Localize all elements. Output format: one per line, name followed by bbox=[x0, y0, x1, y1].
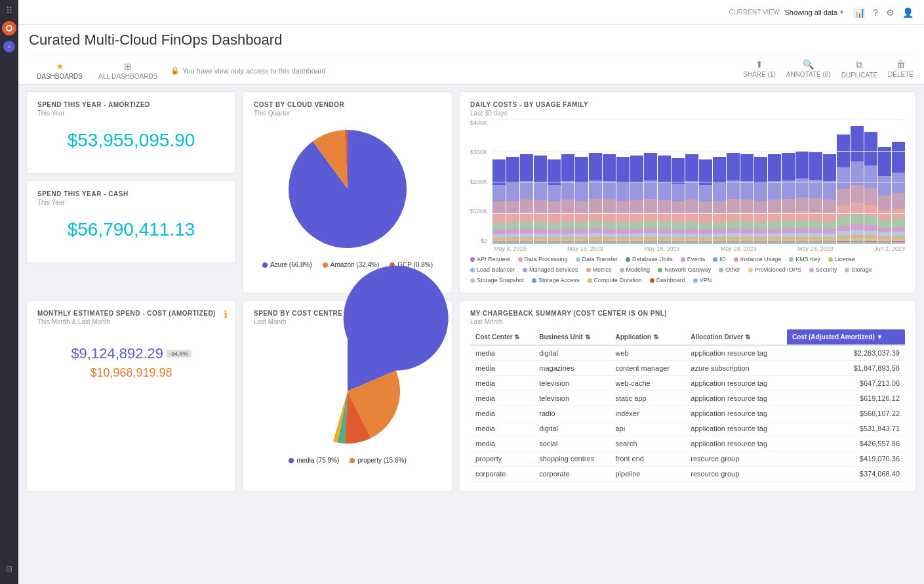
current-view: CURRENT VIEW Showing all data ▾ bbox=[729, 9, 843, 16]
bar-segment-29-11 bbox=[892, 243, 905, 244]
info-icon[interactable]: ℹ bbox=[224, 308, 228, 321]
bar-segment-22-0 bbox=[795, 151, 809, 179]
bar-segment-17-5 bbox=[727, 228, 740, 233]
bar-16 bbox=[713, 157, 726, 244]
monthly-badge: -34.8% bbox=[166, 350, 191, 358]
bar-11 bbox=[644, 153, 657, 244]
bar-segment-6-0 bbox=[575, 157, 588, 183]
bar-segment-29-1 bbox=[892, 173, 905, 193]
chargeback-table-container[interactable]: Cost Center ⇅ Business Unit ⇅ Applicatio… bbox=[470, 329, 905, 482]
bar-segment-11-3 bbox=[644, 213, 657, 222]
col-application[interactable]: Application ⇅ bbox=[610, 329, 685, 345]
cell-app-4: indexer bbox=[610, 406, 685, 421]
bar-segment-9-1 bbox=[616, 183, 630, 201]
user-icon[interactable]: 👤 bbox=[902, 7, 914, 18]
bar-segment-23-11 bbox=[809, 243, 822, 244]
bar-segment-12-3 bbox=[658, 213, 671, 222]
sidebar-grid-icon[interactable]: ⠿ bbox=[6, 5, 12, 16]
bar-7 bbox=[589, 153, 602, 244]
bar-segment-28-1 bbox=[878, 176, 891, 196]
col-business-unit[interactable]: Business Unit ⇅ bbox=[534, 329, 610, 345]
legend-managed-services: Managed Services bbox=[523, 266, 578, 273]
sort-icon-cost: ▼ bbox=[877, 333, 883, 341]
y-axis: $400K $300K $200K $100K $0 bbox=[470, 119, 490, 244]
bar-segment-3-0 bbox=[534, 156, 547, 182]
bar-12 bbox=[658, 156, 671, 244]
sort-icon-cost-center: ⇅ bbox=[514, 333, 519, 341]
bar-segment-18-0 bbox=[740, 154, 753, 181]
bar-segment-6-3 bbox=[575, 214, 588, 222]
bar-segment-15-2 bbox=[699, 201, 712, 214]
cell-cost-4: $568,107.22 bbox=[787, 406, 905, 421]
bar-segment-25-2 bbox=[837, 189, 850, 205]
share-icon: ⬆ bbox=[755, 59, 763, 70]
bar-14 bbox=[685, 154, 698, 244]
chart-icon[interactable]: 📊 bbox=[854, 7, 865, 18]
cell-cost-center-6: media bbox=[470, 436, 534, 451]
bar-segment-5-3 bbox=[561, 213, 574, 222]
bar-segment-27-6 bbox=[864, 231, 877, 236]
cell-cost-center-4: media bbox=[470, 406, 534, 421]
bar-segment-25-5 bbox=[837, 226, 850, 231]
trash-icon: 🗑 bbox=[896, 59, 906, 70]
col-allocation-driver[interactable]: Allocation Driver ⇅ bbox=[685, 329, 787, 345]
bar-18 bbox=[740, 154, 753, 244]
bar-6 bbox=[575, 157, 588, 244]
col-cost-center[interactable]: Cost Center ⇅ bbox=[470, 329, 534, 345]
bar-segment-3-1 bbox=[534, 182, 547, 200]
bar-segment-11-1 bbox=[644, 180, 657, 199]
col-cost[interactable]: Cost (Adjusted Amortized) ▼ bbox=[787, 329, 905, 345]
settings-icon[interactable]: ⚙ bbox=[886, 7, 894, 18]
bar-8 bbox=[603, 154, 616, 244]
legend-api-request: API Request bbox=[470, 256, 510, 262]
bar-segment-5-4 bbox=[561, 222, 574, 229]
cell-cost-1: $1,847,893.58 bbox=[787, 361, 905, 376]
delete-button[interactable]: 🗑 DELETE bbox=[888, 59, 914, 82]
bar-segment-6-2 bbox=[575, 201, 588, 214]
bar-segment-13-2 bbox=[672, 201, 685, 215]
bar-22 bbox=[795, 151, 809, 245]
bar-segment-27-4 bbox=[864, 216, 877, 225]
nav-dashboards[interactable]: ★ DASHBOARDS bbox=[29, 57, 90, 84]
row1: SPEND THIS YEAR - AMORTIZED This Year $5… bbox=[26, 91, 916, 293]
annotate-button[interactable]: 🔍 ANNOTATE (0) bbox=[786, 59, 831, 82]
cell-alloc-6: application resource tag bbox=[685, 436, 787, 451]
spend-amortized-value: $53,955,095.90 bbox=[37, 130, 225, 151]
grid-icon: ⊞ bbox=[124, 61, 132, 72]
bar-segment-14-4 bbox=[685, 222, 698, 229]
bar-3 bbox=[534, 156, 547, 244]
chart-legend: API Request Data Processing Data Transfe… bbox=[470, 256, 905, 283]
legend-azure: Azure (66.8%) bbox=[262, 261, 312, 268]
help-icon[interactable]: ? bbox=[873, 7, 878, 18]
cell-cost-center-1: media bbox=[470, 361, 534, 376]
bar-segment-16-1 bbox=[713, 183, 726, 201]
duplicate-button[interactable]: ⧉ DUPLICATE bbox=[841, 59, 877, 83]
bar-segment-27-1 bbox=[864, 165, 877, 188]
current-view-label: CURRENT VIEW bbox=[729, 9, 779, 16]
share-button[interactable]: ⬆ SHARE (1) bbox=[743, 59, 775, 82]
bar-segment-26-11 bbox=[851, 243, 864, 244]
bar-segment-16-0 bbox=[713, 157, 726, 183]
bar-segment-7-0 bbox=[589, 153, 602, 180]
spend-amortized-card: SPEND THIS YEAR - AMORTIZED This Year $5… bbox=[26, 91, 236, 174]
bar-segment-17-1 bbox=[727, 180, 740, 199]
nav-all-dashboards[interactable]: ⊞ ALL DASHBOARDS bbox=[90, 57, 165, 84]
sidebar-expand-button[interactable]: › bbox=[3, 41, 15, 52]
monthly-estimated-card: MONTHLY ESTIMATED SPEND - COST (AMORTIZE… bbox=[26, 300, 236, 491]
table-row: media social search application resource… bbox=[470, 436, 905, 451]
cell-cost-center-2: media bbox=[470, 376, 534, 391]
dashboard-actions: ⬆ SHARE (1) 🔍 ANNOTATE (0) ⧉ DUPLICATE 🗑… bbox=[743, 59, 914, 83]
sidebar-bottom-icon[interactable]: ⊟ bbox=[6, 564, 12, 574]
access-note: 🔒 You have view only access to this dash… bbox=[171, 66, 328, 75]
bar-segment-0-0 bbox=[492, 159, 506, 185]
bar-segment-22-11 bbox=[795, 243, 809, 244]
chevron-down-icon[interactable]: ▾ bbox=[840, 9, 843, 16]
table-header: Cost Center ⇅ Business Unit ⇅ Applicatio… bbox=[470, 329, 905, 345]
bar-segment-1-11 bbox=[506, 243, 519, 244]
vendor-pie-chart bbox=[254, 123, 441, 255]
lock-icon: 🔒 bbox=[171, 66, 180, 75]
dashboard-header: Curated Multi-Cloud FinOps Dashboard ★ D… bbox=[18, 25, 924, 85]
bar-segment-10-4 bbox=[630, 222, 643, 229]
bar-segment-22-2 bbox=[795, 198, 809, 211]
spend-amortized-title: SPEND THIS YEAR - AMORTIZED bbox=[37, 101, 225, 108]
